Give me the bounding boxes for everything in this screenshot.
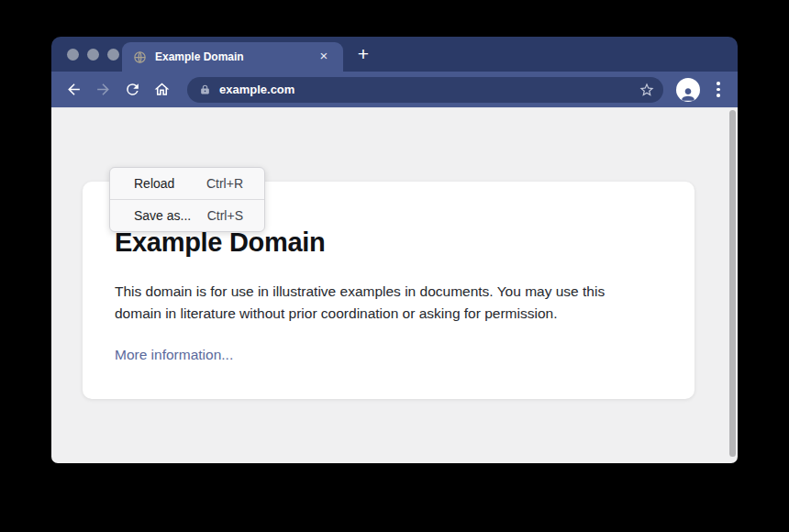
- home-icon[interactable]: [150, 79, 172, 101]
- window-controls: [67, 49, 119, 61]
- window-maximize-button[interactable]: [107, 49, 119, 61]
- browser-toolbar: example.com: [51, 72, 738, 107]
- tab-close-icon[interactable]: ×: [316, 49, 332, 65]
- url-text: example.com: [219, 83, 639, 96]
- tab-title: Example Domain: [155, 50, 316, 63]
- more-information-link[interactable]: More information...: [115, 347, 233, 363]
- new-tab-button[interactable]: +: [350, 41, 376, 67]
- tab-example-domain[interactable]: Example Domain ×: [122, 42, 343, 72]
- lock-icon: [199, 83, 211, 95]
- menu-item-label: Save as...: [134, 208, 191, 223]
- menu-item-label: Reload: [134, 176, 174, 191]
- menu-item-shortcut: Ctrl+R: [206, 176, 243, 191]
- bookmark-star-icon[interactable]: [639, 82, 655, 98]
- page-paragraph: This domain is for use in illustrative e…: [115, 281, 654, 325]
- vertical-scrollbar[interactable]: [729, 110, 736, 457]
- address-bar[interactable]: example.com: [187, 77, 663, 103]
- profile-avatar-icon[interactable]: [676, 78, 700, 102]
- back-arrow-icon[interactable]: [62, 79, 84, 101]
- page-viewport: Reload Ctrl+R Save as... Ctrl+S Example …: [51, 107, 738, 463]
- context-menu-item-save-as[interactable]: Save as... Ctrl+S: [110, 200, 264, 231]
- globe-favicon-icon: [133, 50, 147, 64]
- context-menu-item-reload[interactable]: Reload Ctrl+R: [110, 168, 264, 199]
- three-dot-menu-icon[interactable]: [712, 82, 725, 97]
- window-close-button[interactable]: [67, 49, 79, 61]
- tab-strip: Example Domain × +: [51, 37, 738, 72]
- context-menu: Reload Ctrl+R Save as... Ctrl+S: [109, 167, 265, 232]
- menu-item-shortcut: Ctrl+S: [207, 208, 243, 223]
- window-minimize-button[interactable]: [87, 49, 99, 61]
- browser-window: Example Domain × + example.com: [51, 37, 738, 463]
- reload-icon[interactable]: [121, 79, 143, 101]
- forward-arrow-icon[interactable]: [92, 79, 114, 101]
